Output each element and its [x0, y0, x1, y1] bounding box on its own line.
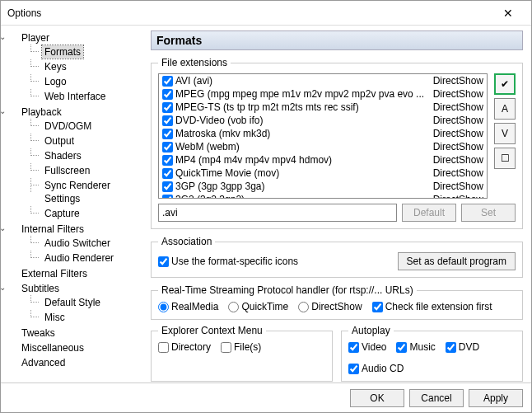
tree-tweaks[interactable]: Tweaks [7, 326, 144, 340]
chevron-down-icon[interactable]: ⌄ [0, 33, 7, 42]
tree-subtitles-misc[interactable]: Misc [30, 310, 144, 325]
association-legend: Association [158, 236, 215, 247]
title-bar: Options ✕ [1, 1, 531, 26]
rtsp-legend: Real-Time Streaming Protocol handler (fo… [158, 284, 417, 296]
extension-source: DirectShow [433, 115, 483, 126]
page-title: Formats [151, 31, 523, 50]
extension-source: DirectShow [433, 154, 483, 166]
ctx-files-checkbox[interactable]: File(s) [221, 341, 261, 353]
extension-label: DVD-Video (vob ifo) [175, 115, 428, 126]
extension-item[interactable]: AVI (avi)DirectShow [159, 74, 487, 87]
rtsp-directshow-radio[interactable]: DirectShow [298, 301, 362, 312]
association-group: Association Use the format-specific icon… [151, 236, 523, 278]
autoplay-legend: Autoplay [348, 325, 394, 336]
extension-source: DirectShow [433, 167, 483, 179]
extension-checkbox[interactable] [162, 129, 173, 139]
extension-label: 3G2 (3g2 3gp2) [175, 194, 428, 199]
extension-item[interactable]: WebM (webm)DirectShow [159, 140, 487, 153]
cancel-button[interactable]: Cancel [409, 389, 464, 407]
context-menu-legend: Explorer Context Menu [158, 325, 266, 336]
check-ext-first-checkbox[interactable]: Check file extension first [372, 301, 492, 312]
extension-checkbox[interactable] [162, 195, 173, 199]
rtsp-quicktime-radio[interactable]: QuickTime [228, 301, 288, 312]
extension-item[interactable]: DVD-Video (vob ifo)DirectShow [159, 114, 487, 127]
tree-external-filters[interactable]: External Filters [7, 266, 144, 281]
extension-label: AVI (avi) [175, 75, 428, 87]
tree-output[interactable]: Output [30, 134, 144, 148]
nav-tree: ⌄Player Formats Keys Logo Web Interface … [1, 26, 147, 382]
extension-item[interactable]: Matroska (mkv mk3d)DirectShow [159, 127, 487, 140]
set-button[interactable]: Set [461, 204, 516, 222]
tree-web-interface[interactable]: Web Interface [30, 89, 144, 104]
tree-logo[interactable]: Logo [30, 74, 144, 89]
tree-dvdogm[interactable]: DVD/OGM [30, 119, 144, 134]
tree-player[interactable]: ⌄Player Formats Keys Logo Web Interface [7, 31, 144, 105]
autoplay-video-checkbox[interactable]: Video [348, 341, 386, 353]
extension-item[interactable]: QuickTime Movie (mov)DirectShow [159, 167, 487, 180]
autoplay-music-checkbox[interactable]: Music [396, 341, 435, 353]
extension-label: MP4 (mp4 m4v mp4v mpv4 hdmov) [175, 154, 428, 166]
extension-checkbox[interactable] [162, 102, 173, 113]
extension-checkbox[interactable] [162, 142, 173, 153]
tree-audio-renderer[interactable]: Audio Renderer [30, 251, 144, 265]
tree-shaders[interactable]: Shaders [30, 148, 144, 163]
extension-source: DirectShow [433, 181, 483, 192]
window-title: Options [7, 7, 492, 19]
extension-checkbox[interactable] [162, 155, 173, 166]
tree-default-style[interactable]: Default Style [30, 295, 144, 310]
tree-sync[interactable]: Sync Renderer Settings [30, 178, 144, 206]
extension-input[interactable] [158, 204, 397, 222]
select-audio-button[interactable]: A [494, 98, 516, 120]
tree-miscellaneous[interactable]: Miscellaneous [7, 340, 144, 355]
extension-item[interactable]: MPEG (mpg mpeg mpe m1v m2v mpv2 mp2v pva… [159, 87, 487, 101]
chevron-down-icon[interactable]: ⌄ [0, 107, 7, 116]
extension-source: DirectShow [433, 141, 483, 153]
select-none-button[interactable]: ☐ [494, 148, 516, 169]
extension-item[interactable]: 3GP (3gp 3gpp 3ga)DirectShow [159, 180, 487, 193]
tree-formats[interactable]: Formats [30, 45, 144, 59]
extension-checkbox[interactable] [162, 168, 173, 179]
extension-label: Matroska (mkv mk3d) [175, 128, 428, 139]
extension-checkbox[interactable] [162, 76, 173, 87]
autoplay-audiocd-checkbox[interactable]: Audio CD [348, 363, 404, 374]
tree-subtitles[interactable]: ⌄Subtitles Default Style Misc [7, 281, 144, 326]
chevron-down-icon[interactable]: ⌄ [0, 224, 7, 233]
set-default-program-button[interactable]: Set as default program [398, 252, 516, 270]
ctx-directory-checkbox[interactable]: Directory [158, 341, 211, 353]
extension-label: QuickTime Movie (mov) [175, 167, 428, 179]
extension-label: MPEG (mpg mpeg mpe m1v m2v mpv2 mp2v pva… [175, 88, 428, 100]
main-panel: Formats File extensions AVI (avi)DirectS… [147, 26, 531, 382]
extension-item[interactable]: 3G2 (3g2 3gp2)DirectShow [159, 193, 487, 199]
autoplay-dvd-checkbox[interactable]: DVD [446, 341, 479, 353]
extension-item[interactable]: MPEG-TS (ts tp trp m2t m2ts mts rec ssif… [159, 101, 487, 114]
tree-playback[interactable]: ⌄Playback DVD/OGM Output Shaders Fullscr… [7, 105, 144, 222]
close-icon[interactable]: ✕ [492, 7, 525, 20]
extension-item[interactable]: MP4 (mp4 m4v mp4v mpv4 hdmov)DirectShow [159, 153, 487, 167]
extension-source: DirectShow [433, 75, 483, 87]
tree-advanced[interactable]: Advanced [7, 355, 144, 370]
select-video-button[interactable]: V [494, 123, 516, 144]
check-icon: ✔ [501, 78, 509, 90]
tree-internal-filters[interactable]: ⌄Internal Filters Audio Switcher Audio R… [7, 222, 144, 266]
chevron-down-icon[interactable]: ⌄ [0, 284, 7, 293]
ok-button[interactable]: OK [350, 389, 404, 407]
uncheck-icon: ☐ [501, 153, 510, 164]
tree-capture[interactable]: Capture [30, 206, 144, 221]
extension-checkbox[interactable] [162, 181, 173, 192]
rtsp-realmedia-radio[interactable]: RealMedia [158, 301, 218, 312]
tree-keys[interactable]: Keys [30, 59, 144, 74]
use-icons-checkbox[interactable]: Use the format-specific icons [158, 256, 391, 267]
default-button[interactable]: Default [402, 204, 456, 222]
file-extensions-group: File extensions AVI (avi)DirectShowMPEG … [151, 57, 523, 229]
tree-audio-switcher[interactable]: Audio Switcher [30, 236, 144, 251]
tree-fullscreen[interactable]: Fullscreen [30, 163, 144, 178]
apply-button[interactable]: Apply [469, 389, 523, 407]
extension-label: 3GP (3gp 3gpp 3ga) [175, 181, 428, 192]
dialog-footer: OK Cancel Apply [1, 382, 531, 412]
rtsp-group: Real-Time Streaming Protocol handler (fo… [151, 284, 523, 320]
extension-checkbox[interactable] [162, 115, 173, 126]
select-all-video-button[interactable]: ✔ [494, 73, 516, 95]
extension-source: DirectShow [433, 128, 483, 139]
extension-list[interactable]: AVI (avi)DirectShowMPEG (mpg mpeg mpe m1… [158, 73, 488, 199]
extension-checkbox[interactable] [162, 89, 173, 100]
